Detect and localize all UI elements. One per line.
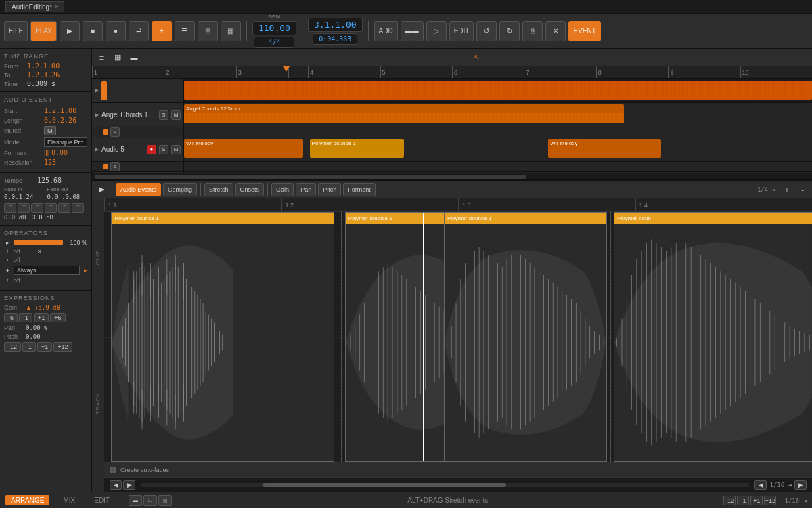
add-track-button[interactable]: ADD <box>374 21 398 41</box>
pitch-btn[interactable]: Pitch <box>318 183 341 196</box>
status-mode-1[interactable]: ▬ <box>129 495 142 506</box>
comping-btn[interactable]: Comping <box>163 183 197 196</box>
fade-curve-5[interactable]: ⌒ <box>58 203 70 213</box>
fade-curve-2[interactable]: ⌒ <box>18 203 30 213</box>
editor-scroll-thumb[interactable] <box>263 483 506 487</box>
nav-btn-next-track[interactable]: ▶ <box>123 480 135 490</box>
ae-resolution-value[interactable]: 128 <box>44 158 56 166</box>
record-icon-button[interactable]: ● <box>106 21 126 41</box>
nav-btn-zoom-out[interactable]: ▶ <box>794 480 807 490</box>
editor-play-btn[interactable]: ▶ <box>95 184 108 196</box>
play-button[interactable]: PLAY <box>30 21 57 41</box>
fade-in-value[interactable]: 0.0.1.24 <box>4 194 45 200</box>
snap-icon-button[interactable]: ⊞ <box>198 21 218 41</box>
onsets-btn[interactable]: Onsets <box>235 183 265 196</box>
stop-icon-button[interactable]: ■ <box>83 21 103 41</box>
op-bar-container[interactable] <box>14 240 63 245</box>
play-icon-button[interactable]: ▶ <box>60 21 80 41</box>
waveform-clip-4[interactable]: Polymer-boun <box>614 212 812 462</box>
expr-gain-value[interactable]: +5.9 dB <box>35 304 87 311</box>
nav-btn-prev-track[interactable]: ◀ <box>110 480 122 490</box>
add-button[interactable]: + <box>152 21 172 41</box>
tab-audioediting[interactable]: AudioEditing* × <box>5 1 64 12</box>
track-record-audio5[interactable]: ● <box>147 145 156 154</box>
time-sig-display[interactable]: 4/4 <box>254 37 294 48</box>
track-arrow-angel[interactable]: ▶ <box>95 112 99 118</box>
close-icon[interactable]: × <box>55 3 58 10</box>
delete-icon-button[interactable]: ✕ <box>545 21 566 41</box>
expr-pitch-value[interactable]: 0.00 <box>26 333 41 340</box>
fade-curve-6[interactable]: ⌒ <box>72 203 84 213</box>
track-sub-menu2[interactable]: ≡ <box>110 162 120 171</box>
ed-zoom-out[interactable]: - <box>796 184 809 196</box>
track-content-main[interactable] <box>184 79 812 102</box>
edit-tab[interactable]: EDIT <box>89 495 115 505</box>
ae-length-value[interactable]: 0.0.2.26 <box>44 117 76 124</box>
undo-icon-button[interactable]: ↺ <box>476 21 497 41</box>
fade-curve-4[interactable]: ⌒ <box>45 203 57 213</box>
tempo-value[interactable]: 125.68 <box>37 177 62 184</box>
track-content-angel[interactable]: Angel Chords 120bpm <box>184 103 812 127</box>
tempo-display[interactable]: 110.00 <box>252 21 296 35</box>
track-mute-audio5[interactable]: M <box>171 145 181 154</box>
nav-minus12[interactable]: -12 <box>723 496 736 505</box>
arrange-tab[interactable]: ARRANGE <box>5 495 49 505</box>
gain-btn[interactable]: Gain <box>271 183 294 196</box>
select-tool[interactable]: ↖ <box>470 51 483 64</box>
arrange-color-icon[interactable]: ▬ <box>127 51 141 64</box>
gain-plus6-btn[interactable]: +6 <box>50 313 65 322</box>
arrange-list-icon[interactable]: ≡ <box>95 51 108 64</box>
op-always-select[interactable]: Always <box>14 266 80 275</box>
status-mode-3[interactable]: ||| <box>158 495 172 506</box>
formant-btn[interactable]: Formant <box>343 183 376 196</box>
gain-plus1-btn[interactable]: +1 <box>34 313 49 322</box>
track-content-audio5[interactable]: WT Melody Polymer-bounce-1 WT Melody <box>184 137 812 161</box>
from-value[interactable]: 1.2.1.00 <box>27 62 60 70</box>
nav-btn-zoom-in[interactable]: ◀ <box>754 480 767 490</box>
loop-icon-button[interactable]: ⇌ <box>129 21 149 41</box>
ed-zoom-in[interactable]: + <box>780 184 794 196</box>
status-mode-2[interactable]: □ <box>143 495 157 506</box>
ae-start-value[interactable]: 1.2.1.00 <box>44 107 76 114</box>
position-display[interactable]: 3.1.1.00 <box>308 18 363 32</box>
audio-events-btn[interactable]: Audio Events <box>116 183 161 196</box>
fade-out-value[interactable]: 0.0..0.08 <box>47 194 88 200</box>
track-arrow-main[interactable]: ▶ <box>95 87 99 93</box>
ae-mode-select[interactable]: Elastique Pro <box>44 137 87 147</box>
pitch-minus12-btn[interactable]: -12 <box>4 342 21 352</box>
track-mute-angel[interactable]: M <box>171 110 181 120</box>
waveform-clip-1[interactable]: Polymer-bounce-1 <box>111 212 334 462</box>
file-button[interactable]: FILE <box>4 21 28 41</box>
arrange-scrollbar[interactable] <box>92 173 812 179</box>
ae-formant-value[interactable]: 0.00 <box>51 149 68 156</box>
gain-minus1-btn[interactable]: -1 <box>19 313 32 322</box>
track-sub-menu[interactable]: ≡ <box>110 127 120 137</box>
fade-curve-3[interactable]: ⌒ <box>31 203 43 213</box>
to-value[interactable]: 1.2.3.26 <box>27 71 60 79</box>
ae-muted-button[interactable]: M <box>44 126 56 135</box>
pitch-plus1-btn[interactable]: +1 <box>37 342 52 352</box>
arrange-scroll-thumb[interactable] <box>95 175 526 179</box>
track-arrow-audio5[interactable]: ▶ <box>95 146 99 152</box>
gain-minus6-btn[interactable]: -6 <box>4 313 18 322</box>
redo-icon-button[interactable]: ↻ <box>499 21 520 41</box>
editor-waveform[interactable]: Polymer-bounce-1 <box>104 212 812 462</box>
render-icon-button[interactable]: ▷ <box>426 21 447 41</box>
pitch-minus1-btn[interactable]: -1 <box>22 342 36 352</box>
track-content-group4[interactable] <box>184 172 812 173</box>
nav-plus1[interactable]: +1 <box>750 496 763 505</box>
pitch-plus12-btn[interactable]: +12 <box>53 342 72 352</box>
mixer-icon-button[interactable]: ▬▬ <box>401 21 424 41</box>
auto-fades-label[interactable]: Create auto-fades <box>120 467 169 473</box>
mix-tab[interactable]: MIX <box>58 495 81 505</box>
fade-curve-1[interactable]: ⌒ <box>4 203 16 213</box>
time-display[interactable]: 0:04.363 <box>313 33 357 45</box>
grid-icon-button[interactable]: ▦ <box>221 21 241 41</box>
pan-btn[interactable]: Pan <box>296 183 316 196</box>
editor-scrollbar[interactable] <box>141 483 749 487</box>
track-solo-audio5[interactable]: S <box>159 145 168 154</box>
expr-pan-value[interactable]: 0.00 % <box>26 324 48 331</box>
event-button[interactable]: EVENT <box>568 21 600 41</box>
waveform-clip-3[interactable]: Polymer-bounce-1 <box>444 212 607 462</box>
copy-icon-button[interactable]: ⎘ <box>522 21 543 41</box>
